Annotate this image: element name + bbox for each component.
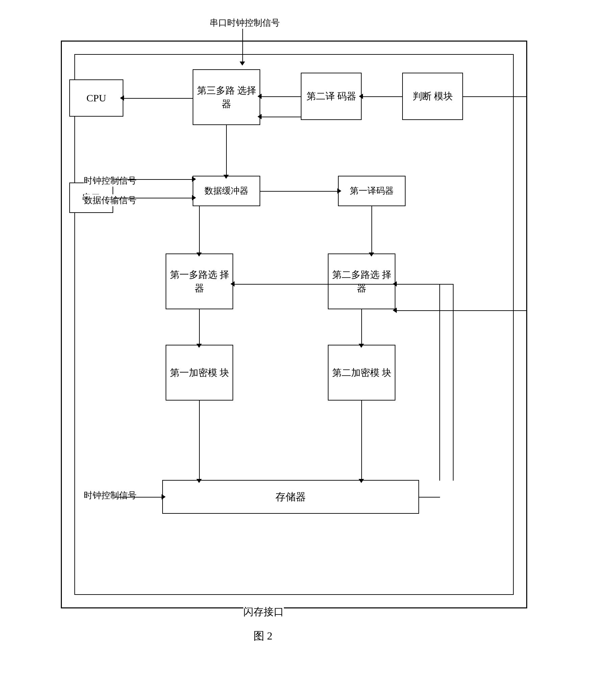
mux2-block: 第二多路选 择器: [328, 253, 395, 309]
decoder2-block: 第二译 码器: [301, 73, 362, 120]
arrow-judge-mux2: [393, 307, 397, 313]
judge-block: 判断 模块: [402, 73, 463, 120]
arrow-mux3-cpu: [120, 95, 124, 101]
arrow-judge-dec2: [359, 94, 363, 99]
line-mem-mux1-h: [233, 284, 454, 285]
line-mem-right-v2: [453, 284, 454, 481]
line-judge-dec2: [362, 96, 402, 97]
enc2-block: 第二加密模 块: [328, 345, 395, 400]
line-dec1-mux2: [372, 206, 372, 253]
line-buf-mux1: [199, 206, 200, 253]
arrow-buf-dec1: [337, 188, 341, 194]
line-mux1-enc1: [199, 309, 200, 345]
line-dec2-mux3: [260, 96, 301, 97]
arrow-mux1-enc1: [196, 344, 202, 348]
diagram: 串口时钟控制信号 闪存接口 CPU 第三多路 选择器 第二译 码器 判断 模块 …: [34, 14, 568, 656]
mux3-block: 第三多路 选择器: [193, 69, 260, 125]
arrow-dec1-mux2: [369, 252, 374, 257]
inner-border: [74, 54, 514, 595]
arrow-buf-mux1: [196, 252, 202, 257]
line-buf-dec1: [260, 191, 338, 192]
line-mux2-enc2: [361, 309, 362, 345]
line-judge-right-v: [527, 96, 527, 311]
arrow-enc2-mem: [359, 479, 364, 483]
line-judge-right: [463, 96, 527, 97]
clock-ctrl1-label: 时钟控制信号: [84, 175, 136, 187]
cpu-block: CPU: [69, 79, 124, 117]
line-clk-mem: [115, 497, 162, 497]
decoder1-block: 第一译码器: [338, 176, 405, 206]
line-enc1-mem: [199, 400, 200, 480]
clock-ctrl2-label: 时钟控制信号: [84, 489, 136, 501]
arrow-serial-buf-bot: [192, 195, 196, 201]
figure-label: 图 2: [253, 629, 272, 644]
flash-label: 闪存接口: [243, 605, 284, 619]
mux1-block: 第一多路选 择器: [166, 253, 233, 309]
arrow-dec2-mux3: [258, 94, 262, 99]
enc1-block: 第一加密模 块: [166, 345, 233, 400]
arrow-enc1-mem: [196, 479, 202, 483]
line-mux3-cpu: [124, 98, 193, 99]
line-judge-mux2-h: [395, 310, 527, 311]
arrow-mux2-enc2: [359, 344, 364, 348]
line-serial-buf-top: [114, 179, 193, 180]
arrow-mem-mux1: [230, 281, 234, 287]
serial-clock-label: 串口时钟控制信号: [210, 17, 280, 29]
arrow-clk-mem: [162, 494, 166, 499]
line-serial-buf-bot: [114, 198, 193, 198]
line-mem-right-v: [439, 284, 440, 481]
line-mem-right-h: [419, 497, 440, 497]
data-transfer-label: 数据传输信号: [84, 194, 136, 206]
arrow-mux3-down: [223, 175, 229, 179]
memory-block: 存储器: [162, 480, 419, 514]
arrow-dec2-mux3-b: [258, 114, 262, 119]
line-mux3-down: [226, 125, 227, 176]
buffer-block: 数据缓冲器: [193, 176, 260, 206]
line-dec2-mux3-b: [260, 117, 301, 117]
line-enc2-mem: [361, 400, 362, 480]
arrow-serial-buf-top: [192, 176, 196, 182]
